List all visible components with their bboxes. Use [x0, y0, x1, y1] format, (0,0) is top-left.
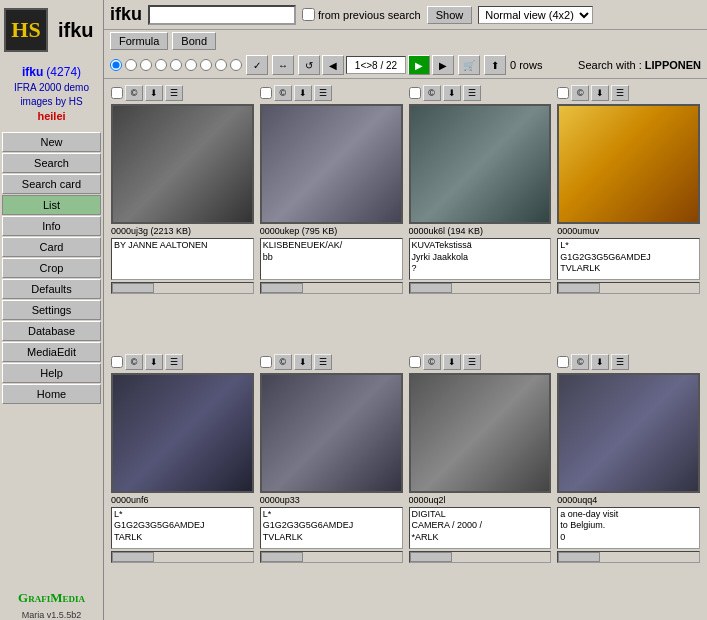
sidebar-item-search-card[interactable]: Search card [2, 174, 101, 194]
hscrollbar-4[interactable] [111, 551, 254, 563]
card-image-7[interactable] [557, 373, 700, 493]
from-previous-checkbox[interactable] [302, 8, 315, 21]
radio-8[interactable] [215, 59, 227, 71]
card-down-btn-6[interactable]: ⬇ [443, 354, 461, 370]
card-filename-3: 0000umuv [557, 226, 700, 236]
card-toolbar-7: © ⬇ ☰ [557, 353, 700, 371]
nav-next-btn[interactable]: ▶ [432, 55, 454, 75]
sidebar-item-settings[interactable]: Settings [2, 300, 101, 320]
arrow-icon-btn[interactable]: ↔ [272, 55, 294, 75]
upload-icon-btn[interactable]: ⬆ [484, 55, 506, 75]
card-image-1[interactable] [260, 104, 403, 224]
card-list-btn-6[interactable]: ☰ [463, 354, 481, 370]
sidebar-item-list[interactable]: List [2, 195, 101, 215]
hscrollbar-5[interactable] [260, 551, 403, 563]
radio-7[interactable] [200, 59, 212, 71]
card-scrollbox-6[interactable]: DIGITALCAMERA / 2000 /*ARLK [409, 507, 552, 549]
sidebar-item-database[interactable]: Database [2, 321, 101, 341]
card-down-btn-1[interactable]: ⬇ [294, 85, 312, 101]
hscrollbar-1[interactable] [260, 282, 403, 294]
card-scrollbox-3[interactable]: L*G1G2G3G5G6AMDEJTVLARLK [557, 238, 700, 280]
card-scrollbox-5[interactable]: L*G1G2G3G5G6AMDEJTVLARLK [260, 507, 403, 549]
hscrollbar-3[interactable] [557, 282, 700, 294]
card-scrollbox-2[interactable]: KUVATekstissäJyrki Jaakkola? [409, 238, 552, 280]
cart-icon-btn[interactable]: 🛒 [458, 55, 480, 75]
radio-4[interactable] [155, 59, 167, 71]
sidebar-item-help[interactable]: Help [2, 363, 101, 383]
radio-1[interactable] [110, 59, 122, 71]
sidebar-item-info[interactable]: Info [2, 216, 101, 236]
radio-6[interactable] [185, 59, 197, 71]
card-image-0[interactable] [111, 104, 254, 224]
sidebar-item-search[interactable]: Search [2, 153, 101, 173]
card-checkbox-6[interactable] [409, 356, 421, 368]
hscrollbar-0[interactable] [111, 282, 254, 294]
formula-button[interactable]: Formula [110, 32, 168, 50]
radio-9[interactable] [230, 59, 242, 71]
card-scrollbox-0[interactable]: BY JANNE AALTONEN [111, 238, 254, 280]
card-list-btn-4[interactable]: ☰ [165, 354, 183, 370]
card-list-btn-1[interactable]: ☰ [314, 85, 332, 101]
card-copy-btn-0[interactable]: © [125, 85, 143, 101]
card-copy-btn-6[interactable]: © [423, 354, 441, 370]
hscrollbar-7[interactable] [557, 551, 700, 563]
card-image-3[interactable] [557, 104, 700, 224]
card-down-btn-4[interactable]: ⬇ [145, 354, 163, 370]
main-search-input[interactable] [148, 5, 296, 25]
card-scrollbox-7[interactable]: a one-day visitto Belgium.0 [557, 507, 700, 549]
card-down-btn-5[interactable]: ⬇ [294, 354, 312, 370]
hscrollbar-6[interactable] [409, 551, 552, 563]
card-copy-btn-3[interactable]: © [571, 85, 589, 101]
card-list-btn-5[interactable]: ☰ [314, 354, 332, 370]
image-card-1: © ⬇ ☰ 0000ukep (795 KB) KLISBENEUEK/AK/b… [259, 83, 404, 348]
nav-controls: ↺ ◀ ▶ ▶ [298, 55, 454, 75]
card-copy-btn-7[interactable]: © [571, 354, 589, 370]
sidebar-item-home[interactable]: Home [2, 384, 101, 404]
view-select[interactable]: Normal view (4x2) Small view (8x4) Large… [478, 6, 593, 24]
card-checkbox-4[interactable] [111, 356, 123, 368]
card-checkbox-5[interactable] [260, 356, 272, 368]
hscrollbar-2[interactable] [409, 282, 552, 294]
card-copy-btn-2[interactable]: © [423, 85, 441, 101]
card-image-6[interactable] [409, 373, 552, 493]
sidebar-item-new[interactable]: New [2, 132, 101, 152]
card-scrollbox-1[interactable]: KLISBENEUEK/AK/bb [260, 238, 403, 280]
card-down-btn-3[interactable]: ⬇ [591, 85, 609, 101]
card-copy-btn-4[interactable]: © [125, 354, 143, 370]
card-hscroll-3 [557, 282, 700, 294]
nav-reload-btn[interactable]: ↺ [298, 55, 320, 75]
card-checkbox-1[interactable] [260, 87, 272, 99]
checkmark-icon-btn[interactable]: ✓ [246, 55, 268, 75]
card-checkbox-3[interactable] [557, 87, 569, 99]
sidebar-item-crop[interactable]: Crop [2, 258, 101, 278]
card-image-2[interactable] [409, 104, 552, 224]
nav-prev-btn[interactable]: ◀ [322, 55, 344, 75]
card-checkbox-0[interactable] [111, 87, 123, 99]
nav-play-btn[interactable]: ▶ [408, 55, 430, 75]
card-image-4[interactable] [111, 373, 254, 493]
sidebar-item-defaults[interactable]: Defaults [2, 279, 101, 299]
sidebar-item-mediaedit[interactable]: MediaEdit [2, 342, 101, 362]
bond-button[interactable]: Bond [172, 32, 216, 50]
page-input[interactable] [346, 56, 406, 74]
show-button[interactable]: Show [427, 6, 473, 24]
card-toolbar-2: © ⬇ ☰ [409, 84, 552, 102]
card-filename-1: 0000ukep (795 KB) [260, 226, 403, 236]
card-down-btn-2[interactable]: ⬇ [443, 85, 461, 101]
card-down-btn-7[interactable]: ⬇ [591, 354, 609, 370]
card-list-btn-0[interactable]: ☰ [165, 85, 183, 101]
card-checkbox-7[interactable] [557, 356, 569, 368]
card-list-btn-3[interactable]: ☰ [611, 85, 629, 101]
card-copy-btn-1[interactable]: © [274, 85, 292, 101]
card-down-btn-0[interactable]: ⬇ [145, 85, 163, 101]
card-image-5[interactable] [260, 373, 403, 493]
card-scrollbox-4[interactable]: L*G1G2G3G5G6AMDEJTARLK [111, 507, 254, 549]
radio-5[interactable] [170, 59, 182, 71]
card-copy-btn-5[interactable]: © [274, 354, 292, 370]
radio-2[interactable] [125, 59, 137, 71]
sidebar-item-card[interactable]: Card [2, 237, 101, 257]
radio-3[interactable] [140, 59, 152, 71]
card-list-btn-2[interactable]: ☰ [463, 85, 481, 101]
card-list-btn-7[interactable]: ☰ [611, 354, 629, 370]
card-checkbox-2[interactable] [409, 87, 421, 99]
